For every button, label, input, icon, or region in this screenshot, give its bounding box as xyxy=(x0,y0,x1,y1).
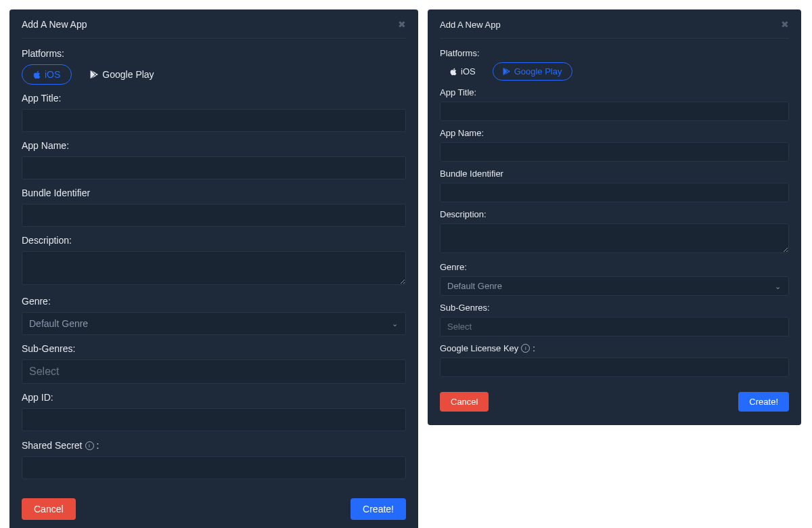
subgenres-placeholder: Select xyxy=(447,322,472,332)
platform-pills: iOS Google Play xyxy=(22,64,406,85)
bundle-id-input[interactable] xyxy=(22,204,406,227)
shared-secret-label: Shared Secret i : xyxy=(22,440,99,451)
shared-secret-label-text: Shared Secret xyxy=(22,440,83,451)
app-title-group: App Title: xyxy=(22,93,406,132)
googleplay-icon xyxy=(90,70,98,79)
add-app-modal-ios: Add A New App ✖ Platforms: iOS Google Pl… xyxy=(9,9,418,528)
apple-icon xyxy=(450,68,457,76)
genre-select[interactable]: Default Genre xyxy=(440,276,789,296)
close-icon: ✖ xyxy=(398,19,406,30)
create-button[interactable]: Create! xyxy=(738,392,789,412)
app-title-group: App Title: xyxy=(440,87,789,121)
platform-pill-googleplay[interactable]: Google Play xyxy=(493,62,572,81)
platform-pill-googleplay-label: Google Play xyxy=(514,66,562,76)
platforms-label: Platforms: xyxy=(440,48,789,58)
platform-pills: iOS Google Play xyxy=(440,62,789,81)
shared-secret-input[interactable] xyxy=(22,456,406,479)
license-key-label-text: Google License Key xyxy=(440,343,518,353)
description-group: Description: xyxy=(22,235,406,288)
app-title-input[interactable] xyxy=(22,109,406,132)
app-title-label: App Title: xyxy=(22,93,406,104)
license-key-group: Google License Key i : xyxy=(440,343,789,377)
modal-title: Add A New App xyxy=(22,19,87,30)
license-key-label: Google License Key i : xyxy=(440,343,535,353)
close-button[interactable]: ✖ xyxy=(398,19,406,30)
app-name-group: App Name: xyxy=(440,128,789,162)
genre-label: Genre: xyxy=(440,262,789,272)
app-name-label: App Name: xyxy=(440,128,789,138)
close-button[interactable]: ✖ xyxy=(781,19,789,30)
platform-pill-googleplay[interactable]: Google Play xyxy=(78,64,165,85)
app-name-label: App Name: xyxy=(22,140,406,151)
platforms-group: Platforms: iOS Google Play xyxy=(440,48,789,81)
create-button[interactable]: Create! xyxy=(351,498,406,520)
modal-footer: Cancel Create! xyxy=(22,498,406,520)
googleplay-icon xyxy=(503,68,510,75)
info-icon[interactable]: i xyxy=(521,344,530,353)
genre-group: Genre: Default Genre ⌄ xyxy=(440,262,789,296)
platform-pill-ios-label: iOS xyxy=(461,66,476,76)
app-name-input[interactable] xyxy=(440,142,789,162)
platforms-label: Platforms: xyxy=(22,48,406,59)
apple-icon xyxy=(33,70,41,79)
subgenres-placeholder: Select xyxy=(29,366,59,377)
info-icon[interactable]: i xyxy=(85,441,94,450)
modal-footer: Cancel Create! xyxy=(440,392,789,412)
subgenres-label: Sub-Genres: xyxy=(440,303,789,313)
app-name-group: App Name: xyxy=(22,140,406,179)
appid-group: App ID: xyxy=(22,392,406,431)
license-key-colon: : xyxy=(533,343,535,353)
description-label: Description: xyxy=(440,209,789,219)
modal-title: Add A New App xyxy=(440,20,501,30)
platforms-group: Platforms: iOS Google Play xyxy=(22,48,406,85)
shared-secret-group: Shared Secret i : xyxy=(22,439,406,479)
platform-pill-ios[interactable]: iOS xyxy=(440,62,486,81)
description-textarea[interactable] xyxy=(440,223,789,253)
subgenres-group: Sub-Genres: Select xyxy=(22,343,406,384)
subgenres-select[interactable]: Select xyxy=(440,317,789,336)
shared-secret-colon: : xyxy=(97,440,99,451)
app-name-input[interactable] xyxy=(22,156,406,179)
subgenres-group: Sub-Genres: Select xyxy=(440,303,789,336)
app-title-input[interactable] xyxy=(440,102,789,121)
modal-header: Add A New App ✖ xyxy=(440,19,789,39)
bundle-id-input[interactable] xyxy=(440,183,789,202)
bundle-id-label: Bundle Identifier xyxy=(22,188,406,198)
appid-input[interactable] xyxy=(22,408,406,431)
genre-select[interactable]: Default Genre xyxy=(22,312,406,335)
cancel-button[interactable]: Cancel xyxy=(440,392,489,412)
genre-label: Genre: xyxy=(22,296,406,307)
appid-label: App ID: xyxy=(22,392,406,403)
description-label: Description: xyxy=(22,235,406,246)
modal-header: Add A New App ✖ xyxy=(22,19,406,39)
subgenres-select[interactable]: Select xyxy=(22,359,406,384)
bundle-id-group: Bundle Identifier xyxy=(440,169,789,202)
app-title-label: App Title: xyxy=(440,87,789,97)
genre-group: Genre: Default Genre ⌄ xyxy=(22,296,406,335)
license-key-input[interactable] xyxy=(440,357,789,377)
platform-pill-ios[interactable]: iOS xyxy=(22,64,72,85)
description-group: Description: xyxy=(440,209,789,255)
platform-pill-ios-label: iOS xyxy=(45,69,60,80)
add-app-modal-googleplay: Add A New App ✖ Platforms: iOS Google Pl… xyxy=(428,9,801,425)
platform-pill-googleplay-label: Google Play xyxy=(102,69,154,80)
description-textarea[interactable] xyxy=(22,251,406,285)
bundle-id-group: Bundle Identifier xyxy=(22,188,406,227)
close-icon: ✖ xyxy=(781,19,789,30)
bundle-id-label: Bundle Identifier xyxy=(440,169,789,179)
subgenres-label: Sub-Genres: xyxy=(22,343,406,354)
cancel-button[interactable]: Cancel xyxy=(22,498,76,520)
